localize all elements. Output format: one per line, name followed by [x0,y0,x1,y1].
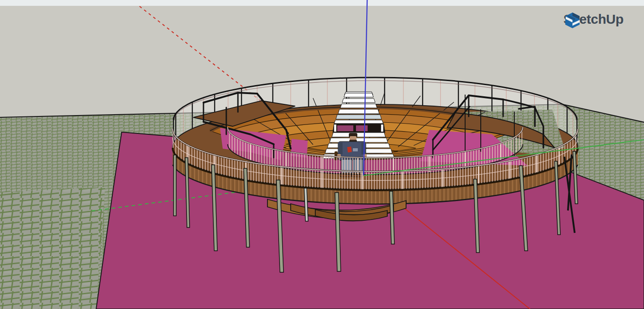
sky-horizon-glow [0,0,644,6]
sketchup-window: SketchUp [0,0,644,309]
shirt-graphic [347,146,352,152]
sketchup-logo-icon [564,12,581,30]
sketchup-watermark: SketchUp [564,12,623,27]
3d-viewport[interactable] [0,0,644,309]
